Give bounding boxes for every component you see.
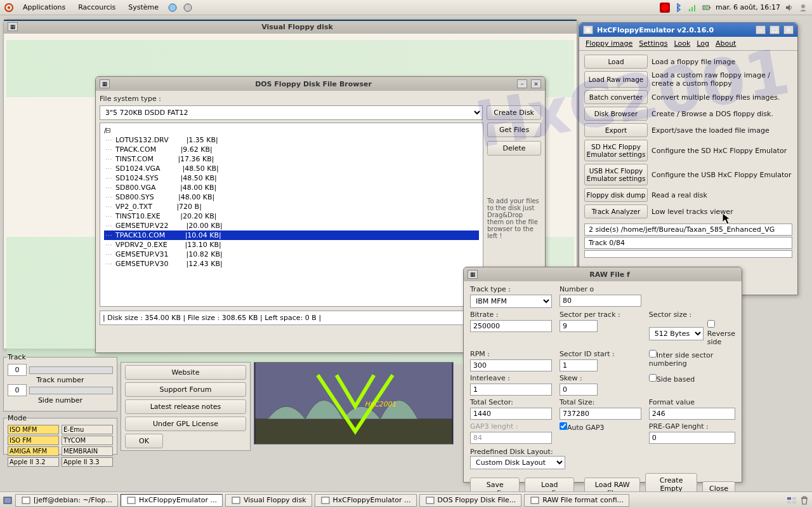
get-files-button[interactable]: Get Files bbox=[487, 123, 541, 137]
file-row[interactable]: SD800.VGA |48.00 KB| bbox=[104, 183, 479, 192]
dos-browser-titlebar[interactable]: ▦ DOS Floppy Disk File Browser – × bbox=[96, 77, 545, 91]
file-row[interactable]: GEMSETUP.V31 |10.82 KB| bbox=[104, 250, 479, 259]
workspace-icon[interactable] bbox=[787, 495, 797, 505]
delete-button[interactable]: Delete bbox=[487, 141, 541, 156]
autogap3-check[interactable]: Auto GAP3 bbox=[560, 422, 641, 432]
interside-check[interactable]: Inter side sector numbering bbox=[649, 350, 735, 368]
track-type-select[interactable]: IBM MFM bbox=[470, 295, 552, 308]
link-website-button[interactable]: Website bbox=[125, 365, 246, 380]
file-row[interactable]: TPACK10.COM |10.04 KB| bbox=[104, 231, 479, 240]
update-icon[interactable] bbox=[660, 3, 670, 13]
side-slider[interactable] bbox=[29, 387, 113, 394]
network-icon[interactable] bbox=[688, 3, 698, 13]
user-icon[interactable] bbox=[798, 3, 808, 13]
number-input[interactable] bbox=[560, 295, 641, 307]
globe-icon-2[interactable] bbox=[183, 3, 193, 13]
interleave-input[interactable] bbox=[470, 384, 552, 396]
menu-systeme[interactable]: Système bbox=[124, 2, 162, 13]
file-row[interactable]: SD800.SYS |48.00 KB| bbox=[104, 192, 479, 202]
trash-icon[interactable] bbox=[799, 495, 809, 505]
raw-titlebar[interactable]: ▦ RAW File f bbox=[464, 267, 742, 281]
show-desktop-icon[interactable] bbox=[3, 495, 13, 505]
side-number-input[interactable] bbox=[8, 384, 27, 396]
file-row[interactable]: VPDRV2_0.EXE |13.10 KB| bbox=[104, 240, 479, 250]
tree-root[interactable]: / bbox=[104, 126, 479, 135]
battery-icon[interactable] bbox=[702, 3, 712, 13]
mode-iso-fm[interactable]: ISO FM bbox=[8, 436, 59, 445]
file-row[interactable]: LOTUS132.DRV |1.35 KB| bbox=[104, 135, 479, 145]
totalsize-input[interactable] bbox=[560, 408, 641, 420]
file-row[interactable]: GEMSETUP.V22 |20.00 KB| bbox=[104, 221, 479, 231]
create-disk-button[interactable]: Create Disk bbox=[487, 105, 541, 120]
minimize-button[interactable]: – bbox=[756, 25, 766, 34]
mode-apple-ii-3-2[interactable]: Apple II 3.2 bbox=[8, 457, 59, 467]
hxc-titlebar[interactable]: ▦ HxCFloppyEmulator v2.0.16.0 – □ × bbox=[579, 23, 797, 37]
hxc-usb-hxc-floppy-emulator-settings-button[interactable]: USB HxC Floppy Emulator settings bbox=[584, 164, 648, 185]
skew-input[interactable] bbox=[560, 384, 598, 396]
mode-panel-title: Mode bbox=[8, 414, 27, 422]
mode-e-emu[interactable]: E-Emu bbox=[62, 425, 113, 434]
file-row[interactable]: TPACK.COM |9.62 KB| bbox=[104, 145, 479, 154]
file-row[interactable]: SD1024.SYS |48.50 KB| bbox=[104, 173, 479, 183]
hxc-track-analyzer-button[interactable]: Track Analyzer bbox=[584, 204, 648, 218]
hxc-export-button[interactable]: Export bbox=[584, 123, 648, 137]
link-under-gpl-license-button[interactable]: Under GPL License bbox=[125, 417, 246, 431]
rpm-input[interactable] bbox=[470, 359, 552, 371]
track-number-input[interactable] bbox=[8, 364, 27, 376]
clock-text[interactable]: mar. 6 août, 16:17 bbox=[716, 3, 780, 11]
menu-about[interactable]: About bbox=[716, 39, 737, 48]
formatval-input[interactable] bbox=[649, 408, 735, 420]
sid-input[interactable] bbox=[560, 359, 598, 371]
link-latest-release-notes-button[interactable]: Latest release notes bbox=[125, 399, 246, 414]
sidebased-check[interactable]: Side based bbox=[649, 374, 735, 384]
task-button[interactable]: Visual Floppy disk bbox=[225, 494, 312, 507]
file-row[interactable]: TINST.COM |17.36 KB| bbox=[104, 154, 479, 164]
file-row[interactable]: GEMSETUP.V30 |12.43 KB| bbox=[104, 259, 479, 269]
link-ok-button[interactable]: OK bbox=[125, 434, 163, 448]
menu-raccourcis[interactable]: Raccourcis bbox=[74, 2, 119, 13]
task-button[interactable]: HxCFloppyEmulator ... bbox=[121, 494, 223, 507]
menu-floppy-image[interactable]: Floppy image bbox=[586, 39, 632, 48]
file-row[interactable]: SD1024.VGA |48.50 KB| bbox=[104, 164, 479, 173]
track-slider[interactable] bbox=[29, 366, 113, 374]
mode-tycom[interactable]: TYCOM bbox=[62, 436, 113, 445]
hxc-load-raw-image-button[interactable]: Load Raw image bbox=[584, 71, 648, 88]
bluetooth-icon[interactable] bbox=[674, 3, 684, 13]
task-button[interactable]: HxCFloppyEmulator ... bbox=[315, 494, 417, 507]
minimize-button[interactable]: – bbox=[517, 79, 527, 88]
totalsect-input[interactable] bbox=[470, 408, 552, 420]
task-button[interactable]: RAW File format confi... bbox=[524, 494, 629, 507]
hxc-batch-converter-button[interactable]: Batch converter bbox=[584, 90, 648, 104]
file-row[interactable]: TINST10.EXE |20.20 KB| bbox=[104, 211, 479, 221]
close-button[interactable]: × bbox=[783, 25, 794, 34]
hxc-disk-browser-button[interactable]: Disk Browser bbox=[584, 107, 648, 121]
menu-look[interactable]: Look bbox=[674, 39, 690, 48]
pregap-label: PRE-GAP lenght : bbox=[649, 422, 735, 431]
mode-membrain[interactable]: MEMBRAIN bbox=[62, 446, 113, 456]
close-button[interactable]: × bbox=[531, 79, 541, 88]
task-button[interactable]: DOS Floppy Disk File... bbox=[419, 494, 522, 507]
mode-iso-mfm[interactable]: ISO MFM bbox=[8, 425, 59, 434]
hxc-floppy-disk-dump-button[interactable]: Floppy disk dump bbox=[584, 188, 648, 202]
spt-input[interactable] bbox=[560, 320, 598, 332]
menu-settings[interactable]: Settings bbox=[639, 39, 667, 48]
volume-icon[interactable] bbox=[784, 3, 794, 13]
hxc-sd-hxc-floppy-emulator-settings-button[interactable]: SD HxC Floppy Emulator settings bbox=[584, 140, 648, 161]
mode-amiga-mfm[interactable]: AMIGA MFM bbox=[8, 446, 59, 456]
mode-apple-ii-3-3[interactable]: Apple II 3.3 bbox=[62, 457, 113, 467]
file-row[interactable]: VP2_0.TXT |720 B| bbox=[104, 202, 479, 211]
hxc-load-button[interactable]: Load bbox=[584, 55, 648, 69]
fs-type-select[interactable]: 3"5 720KB DSDD FAT12 bbox=[100, 105, 483, 120]
pregap-input[interactable] bbox=[649, 432, 735, 444]
file-tree[interactable]: / LOTUS132.DRV |1.35 KB|TPACK.COM |9.62 … bbox=[100, 123, 483, 307]
task-button[interactable]: [jeff@debian: ~/Flop... bbox=[15, 494, 118, 507]
ssize-select[interactable]: 512 Bytes bbox=[649, 327, 704, 340]
maximize-button[interactable]: □ bbox=[769, 25, 780, 34]
menu-log[interactable]: Log bbox=[697, 39, 709, 48]
globe-icon[interactable] bbox=[167, 3, 178, 13]
menu-applications[interactable]: Applications bbox=[19, 2, 69, 13]
link-support-forum-button[interactable]: Support Forum bbox=[125, 382, 246, 397]
reverse-side-check[interactable]: Reverse side bbox=[707, 320, 735, 346]
predef-select[interactable]: Custom Disk Layout bbox=[470, 456, 565, 469]
bitrate-input[interactable] bbox=[470, 320, 552, 332]
